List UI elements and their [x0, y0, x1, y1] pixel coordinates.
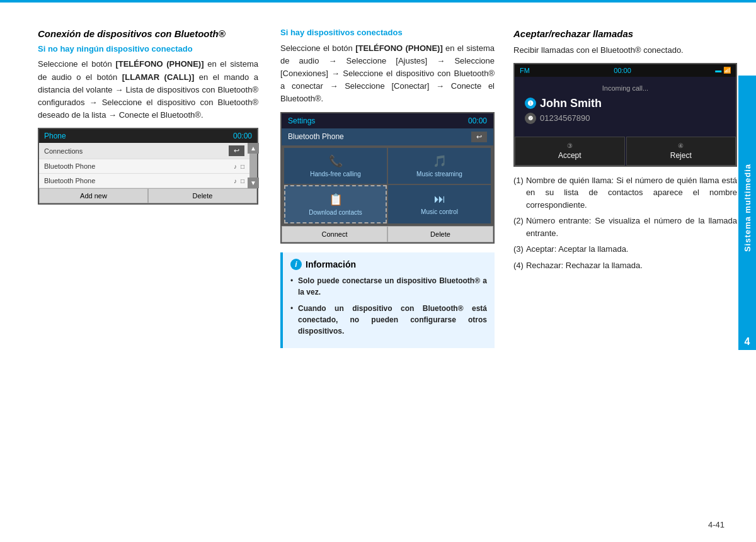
scroll-up-arrow[interactable]: ▲	[248, 143, 259, 154]
middle-column: Si hay dispositivos conectados Seleccion…	[271, 28, 504, 348]
scroll-down-arrow[interactable]: ▼	[248, 178, 259, 188]
signal-icons: ▬ 📶	[715, 67, 731, 74]
call-screen-header: FM 00:00 ▬ 📶	[515, 64, 736, 77]
phone-delete-btn[interactable]: Delete	[148, 188, 257, 203]
accept-label: Accept	[558, 151, 581, 160]
caller-number: 01234567890	[540, 113, 590, 123]
bt-phone-2-icons: ♪ □	[234, 178, 244, 184]
note-1-num: (1)	[513, 174, 524, 212]
bt-phone-2-label: Bluetooth Phone	[44, 177, 95, 184]
chapter-number-badge: 4	[738, 334, 756, 350]
right-column: Aceptar/rechazar llamadas Recibir llamad…	[504, 28, 737, 348]
left-subheading: Si no hay ningún dispositivo conectado	[38, 44, 258, 55]
phone-small-icon: 📞	[329, 154, 343, 168]
phone-icon: □	[241, 163, 244, 170]
add-new-btn[interactable]: Add new	[39, 188, 148, 203]
note-1: (1) Nombre de quién llama: Si el número …	[513, 174, 737, 212]
music-streaming-item[interactable]: 🎵 Music streaming	[388, 148, 491, 184]
incoming-call-screen: FM 00:00 ▬ 📶 Incoming call... ❶ John Smi…	[513, 63, 737, 167]
music-control-item[interactable]: ⏭ Music control	[388, 185, 491, 223]
download-icon: 📋	[329, 193, 343, 206]
phone-header-title: Phone	[44, 132, 66, 140]
accept-btn[interactable]: ③ Accept	[515, 137, 625, 166]
mid-body: Seleccione el botón [TELÉFONO (PHONE)] e…	[280, 42, 495, 106]
phone-header-time: 00:00	[233, 132, 252, 140]
page-number: 4-41	[708, 520, 724, 529]
call-screen-body: Incoming call... ❶ John Smith ❷ 01234567…	[515, 77, 736, 137]
note-3-text: Aceptar: Aceptar la llamada.	[526, 243, 629, 256]
connections-label: Connections	[44, 147, 83, 155]
hands-free-item[interactable]: 📞 Hands-free calling	[284, 148, 387, 184]
note-3: (3) Aceptar: Aceptar la llamada.	[513, 243, 737, 256]
info-item-2-text: Cuando un dispositivo con Bluetooth® est…	[298, 304, 487, 336]
settings-time: 00:00	[468, 116, 487, 125]
download-contacts-item[interactable]: 📋 Download contacts	[284, 185, 387, 223]
caller-name: John Smith	[540, 97, 602, 110]
phone-icon-2: □	[241, 178, 244, 184]
music-icon: ♪	[234, 163, 237, 170]
settings-footer: Connect Delete	[282, 226, 493, 242]
caller-number-row: ❷ 01234567890	[525, 113, 726, 124]
info-heading: Información	[306, 259, 356, 269]
incoming-text: Incoming call...	[525, 84, 726, 92]
bt-phone-1-label: Bluetooth Phone	[44, 162, 95, 170]
music-ctrl-icon: ⏭	[434, 193, 445, 206]
music-control-label: Music control	[421, 208, 458, 215]
left-column: Conexión de dispositivos con Bluetooth® …	[38, 28, 271, 348]
left-heading: Conexión de dispositivos con Bluetooth®	[38, 28, 258, 40]
settings-grid: 📞 Hands-free calling 🎵 Music streaming 📋…	[282, 145, 493, 226]
settings-header: Settings 00:00	[282, 113, 493, 128]
note-3-num: (3)	[513, 243, 524, 256]
note-2: (2) Número entrante: Se visualiza el núm…	[513, 215, 737, 239]
settings-label: Settings	[288, 116, 315, 125]
info-item-2: Cuando un dispositivo con Bluetooth® est…	[290, 303, 487, 337]
info-item-1: Solo puede conectarse un dispositivo Blu…	[290, 275, 487, 298]
connections-back-btn[interactable]: ↩	[229, 145, 244, 156]
bt-phone-item-2[interactable]: Bluetooth Phone ♪ □	[39, 174, 249, 188]
call-notes-list: (1) Nombre de quién llama: Si el número …	[513, 174, 737, 272]
note-1-text: Nombre de quién llama: Si el número de q…	[526, 174, 737, 212]
note-4-num: (4)	[513, 259, 524, 272]
settings-delete-btn[interactable]: Delete	[387, 226, 493, 242]
fm-label: FM	[520, 67, 530, 74]
side-tab: Sistema multimedia	[738, 76, 756, 340]
info-item-1-text: Solo puede conectarse un dispositivo Blu…	[298, 276, 487, 296]
music-streaming-label: Music streaming	[416, 171, 462, 178]
page-footer: 4-41	[708, 520, 724, 529]
call-screen-footer: ③ Accept ④ Reject	[515, 137, 736, 166]
note-2-num: (2)	[513, 215, 524, 239]
accept-badge: ③	[567, 142, 573, 149]
phone-header: Phone 00:00	[39, 129, 257, 143]
side-tab-label: Sistema multimedia	[743, 164, 752, 252]
info-icon: i	[290, 259, 302, 270]
call-time: 00:00	[614, 67, 631, 74]
music-icon-2: ♪	[234, 178, 237, 184]
note-2-text: Número entrante: Se visualiza el número …	[526, 215, 737, 239]
settings-back-btn[interactable]: ↩	[471, 132, 487, 142]
bluetooth-phone-label: Bluetooth Phone	[288, 132, 344, 141]
scroll-bar: ▲ ▼	[249, 143, 257, 188]
note-4: (4) Rechazar: Rechazar la llamada.	[513, 259, 737, 272]
hands-free-label: Hands-free calling	[310, 171, 361, 178]
reject-label: Reject	[670, 151, 692, 160]
left-body: Seleccione el botón [TELÉFONO (PHONE)] e…	[38, 58, 258, 121]
info-box-header: i Información	[290, 259, 487, 270]
caller-badge-1: ❶	[525, 98, 536, 109]
bluetooth-phone-subheader: Bluetooth Phone ↩	[282, 128, 493, 145]
download-contacts-label: Download contacts	[309, 209, 362, 216]
right-body: Recibir llamadas con el Bluetooth® conec…	[513, 44, 737, 57]
phone-list-footer: Add new Delete	[39, 188, 257, 203]
main-content: Conexión de dispositivos con Bluetooth® …	[0, 3, 756, 361]
connections-item[interactable]: Connections ↩	[39, 143, 249, 159]
bt-phone-1-icons: ♪ □	[234, 163, 244, 170]
reject-btn[interactable]: ④ Reject	[626, 137, 736, 166]
bt-phone-item-1[interactable]: Bluetooth Phone ♪ □	[39, 159, 249, 174]
note-4-text: Rechazar: Rechazar la llamada.	[526, 259, 643, 272]
caller-name-row: ❶ John Smith	[525, 97, 726, 110]
connect-btn[interactable]: Connect	[282, 226, 387, 242]
music-stream-icon: 🎵	[433, 154, 447, 168]
info-list: Solo puede conectarse un dispositivo Blu…	[290, 275, 487, 337]
mid-subheading: Si hay dispositivos conectados	[280, 28, 495, 38]
phone-list-screen: Phone 00:00 Connections ↩ Bluetooth Phon…	[38, 128, 258, 205]
reject-badge: ④	[678, 142, 684, 149]
